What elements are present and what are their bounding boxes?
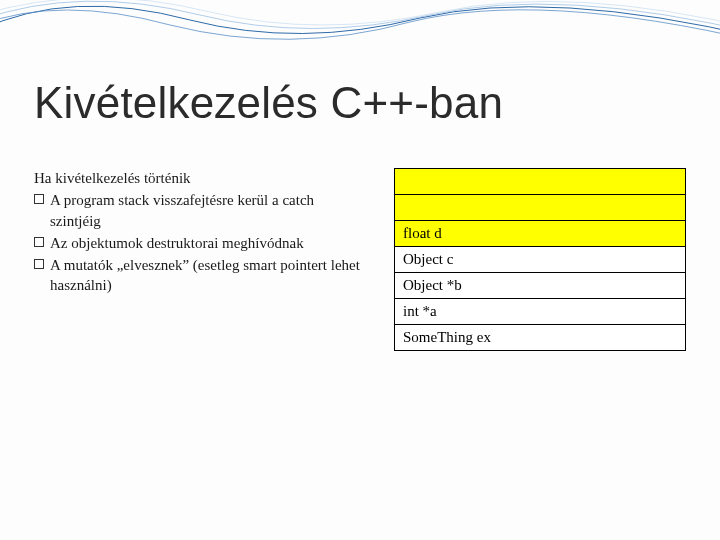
bullet-text: A program stack visszafejtésre kerül a c… xyxy=(50,190,364,231)
lead-text: Ha kivételkezelés történik xyxy=(34,168,364,188)
bullet-text: A mutatók „elvesznek” (esetleg smart poi… xyxy=(50,255,364,296)
stack-cell: Object c xyxy=(395,247,686,273)
checkbox-icon xyxy=(34,259,44,269)
checkbox-icon xyxy=(34,194,44,204)
header-decoration xyxy=(0,0,720,50)
stack-cell: float d xyxy=(395,221,686,247)
bullet-item: A program stack visszafejtésre kerül a c… xyxy=(34,190,364,231)
stack-cell xyxy=(395,195,686,221)
page-title: Kivételkezelés C++-ban xyxy=(34,78,503,128)
stack-table: float d Object c Object *b int *a SomeTh… xyxy=(394,168,686,351)
stack-cell: SomeThing ex xyxy=(395,325,686,351)
body-text: Ha kivételkezelés történik A program sta… xyxy=(34,168,364,298)
bullet-text: Az objektumok destruktorai meghívódnak xyxy=(50,233,364,253)
stack-cell: int *a xyxy=(395,299,686,325)
bullet-item: A mutatók „elvesznek” (esetleg smart poi… xyxy=(34,255,364,296)
stack-cell: Object *b xyxy=(395,273,686,299)
bullet-item: Az objektumok destruktorai meghívódnak xyxy=(34,233,364,253)
checkbox-icon xyxy=(34,237,44,247)
stack-cell xyxy=(395,169,686,195)
